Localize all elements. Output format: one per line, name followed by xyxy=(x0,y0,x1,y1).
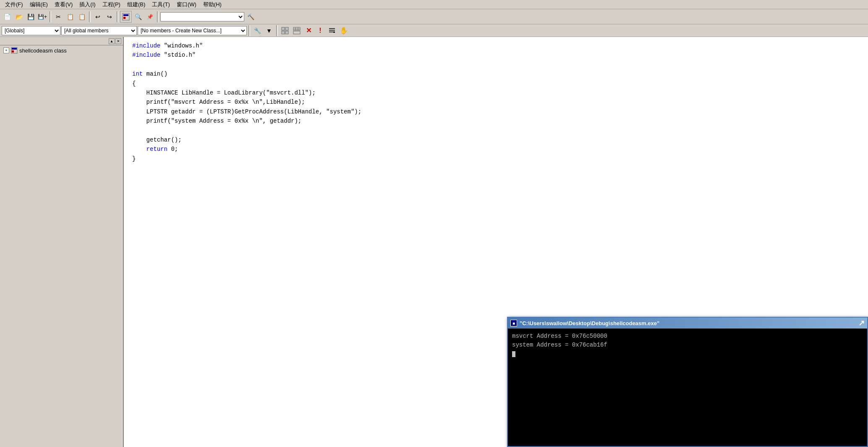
menu-view[interactable]: 查看(V) xyxy=(51,0,76,9)
open-button[interactable]: 📂 xyxy=(13,11,24,22)
menubar: 文件(F) 编辑(E) 查看(V) 插入(I) 工程(P) 组建(B) 工具(T… xyxy=(0,0,868,9)
terminal-line1: msvcrt Address = 0x76c50000 xyxy=(512,332,863,341)
redo-button[interactable]: ↪ xyxy=(104,11,115,22)
menu-tools[interactable]: 工具(T) xyxy=(149,0,173,9)
terminal-body: msvcrt Address = 0x76c50000 system Addre… xyxy=(508,329,867,446)
menu-build[interactable]: 组建(B) xyxy=(124,0,149,9)
component-gallery-btn[interactable] xyxy=(280,25,290,36)
sep6 xyxy=(276,25,278,36)
svg-rect-2 xyxy=(123,17,125,19)
svg-rect-1 xyxy=(123,14,128,16)
x-btn[interactable]: ✕ xyxy=(303,25,314,36)
search-button[interactable]: 🔍 xyxy=(133,11,144,22)
copy-button[interactable]: 📋 xyxy=(65,11,76,22)
grid-btn[interactable] xyxy=(291,25,302,36)
svg-rect-3 xyxy=(282,27,285,30)
pin-button[interactable]: 📌 xyxy=(144,11,155,22)
sidebar-minimize-btn[interactable]: ▲ xyxy=(109,38,115,44)
terminal-titlebar: ■ "C:\Users\swallow\Desktop\Debug\shellc… xyxy=(508,318,867,329)
down-list-btn[interactable] xyxy=(327,25,337,36)
svg-rect-6 xyxy=(285,31,288,34)
menu-help[interactable]: 帮助(H) xyxy=(200,0,225,9)
menu-window[interactable]: 窗口(W) xyxy=(173,0,200,9)
menu-project[interactable]: 工程(P) xyxy=(99,0,124,9)
toolbar-row2: [Globals] [All global members [No member… xyxy=(0,24,868,37)
save-all-button[interactable]: 💾+ xyxy=(37,11,48,22)
sep2 xyxy=(89,11,91,22)
svg-rect-5 xyxy=(282,31,285,34)
class-tree-root[interactable]: + shellcodeasm class xyxy=(0,45,123,55)
cut-button[interactable]: ✂ xyxy=(53,11,64,22)
sidebar-close-btn[interactable]: ✕ xyxy=(115,38,121,44)
sep1 xyxy=(50,11,51,22)
class-label: shellcodeasm class xyxy=(19,47,67,54)
svg-rect-18 xyxy=(12,50,14,53)
svg-rect-11 xyxy=(293,31,300,34)
code-content: #include "windows.h" #include "stdio.h" … xyxy=(124,37,868,168)
sep3 xyxy=(117,11,118,22)
sep5 xyxy=(248,25,250,36)
menu-insert[interactable]: 插入(I) xyxy=(76,0,99,9)
toolbar-row1: 📄 📂 💾 💾+ ✂ 📋 📋 ↩ ↪ 🔍 📌 🔨 xyxy=(0,9,868,24)
sep4 xyxy=(157,11,159,22)
exclaim-btn[interactable]: ! xyxy=(315,25,326,36)
code-editor[interactable]: #include "windows.h" #include "stdio.h" … xyxy=(124,37,868,447)
wrench-button[interactable]: 🔧 xyxy=(252,25,263,36)
cursor-blink xyxy=(512,351,515,357)
members-dropdown[interactable]: [All global members xyxy=(61,26,137,35)
main-area: ▲ ✕ + shellcodeasm class #include "windo… xyxy=(0,37,868,447)
build-config-dropdown[interactable] xyxy=(160,12,244,21)
sidebar: ▲ ✕ + shellcodeasm class xyxy=(0,37,124,447)
undo-button[interactable]: ↩ xyxy=(92,11,103,22)
down-arrow-button[interactable]: ▼ xyxy=(264,25,275,36)
expand-icon[interactable]: + xyxy=(3,47,9,53)
terminal-line2: system Address = 0x76cab16f xyxy=(512,341,863,350)
class-icon xyxy=(11,47,18,54)
hand-btn[interactable]: ✋ xyxy=(338,25,349,36)
svg-rect-17 xyxy=(12,48,17,50)
menu-file[interactable]: 文件(F) xyxy=(2,0,26,9)
svg-rect-4 xyxy=(285,27,288,30)
classwizard-button[interactable] xyxy=(120,11,132,23)
save-button[interactable]: 💾 xyxy=(25,11,36,22)
terminal-icon: ■ xyxy=(510,320,517,326)
paste-button[interactable]: 📋 xyxy=(76,11,87,22)
build-icon-button[interactable]: 🔨 xyxy=(245,11,256,22)
terminal-title: "C:\Users\swallow\Desktop\Debug\shellcod… xyxy=(520,320,659,326)
terminal-line3 xyxy=(512,350,863,358)
globals-dropdown[interactable]: [Globals] xyxy=(2,26,60,35)
terminal-window[interactable]: ■ "C:\Users\swallow\Desktop\Debug\shellc… xyxy=(507,317,868,447)
new-button[interactable]: 📄 xyxy=(2,11,13,22)
cursor-arrow: ↗ xyxy=(858,318,865,328)
no-members-dropdown[interactable]: [No members - Create New Class...] xyxy=(138,26,247,35)
sidebar-content: + shellcodeasm class xyxy=(0,45,123,447)
sidebar-header: ▲ ✕ xyxy=(0,37,123,45)
menu-edit[interactable]: 编辑(E) xyxy=(26,0,51,9)
